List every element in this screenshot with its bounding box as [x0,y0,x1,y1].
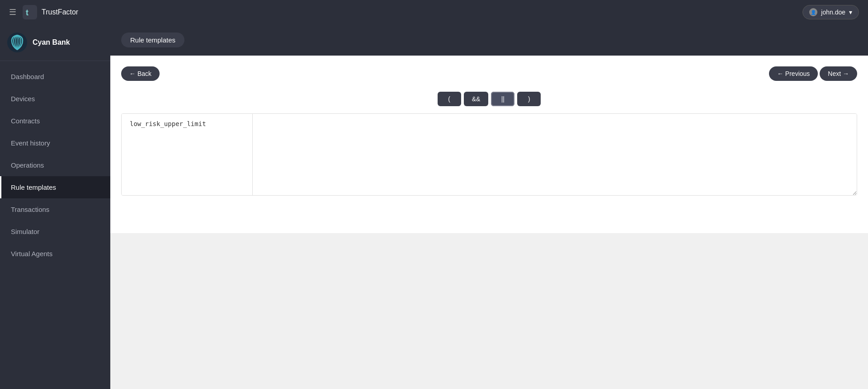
sidebar-item-dashboard[interactable]: Dashboard [0,66,110,88]
op-paren-open-button[interactable]: ( [438,92,461,106]
sidebar-item-rule-templates[interactable]: Rule templates [0,176,110,198]
svg-rect-0 [23,5,37,19]
sidebar-brand: Cyan Bank [0,24,110,61]
topbar: ☰ t TrustFactor 👤 john.doe ▾ [0,0,868,24]
operators-row: ( && || ) [121,92,857,106]
sidebar-item-operations[interactable]: Operations [0,154,110,176]
brand-name: Cyan Bank [33,38,70,47]
topbar-left: ☰ t TrustFactor [9,5,78,19]
brand-logo-icon [7,33,27,52]
page-header: Rule templates [110,24,868,56]
expression-label: low_risk_upper_limit [122,114,253,195]
op-and-button[interactable]: && [464,92,489,106]
sidebar-item-devices[interactable]: Devices [0,88,110,110]
nav-buttons: ← Previous Next → [769,66,857,81]
sidebar-item-event-history[interactable]: Event history [0,132,110,154]
sidebar-item-virtual-agents[interactable]: Virtual Agents [0,243,110,265]
user-avatar-icon: 👤 [809,8,817,16]
app-logo-icon: t [23,5,37,19]
back-button[interactable]: ← Back [121,66,160,81]
action-bar: ← Back ← Previous Next → [121,66,857,81]
sidebar-nav: Dashboard Devices Contracts Event histor… [0,61,110,389]
sidebar-item-contracts[interactable]: Contracts [0,110,110,132]
expression-area: low_risk_upper_limit [121,113,857,196]
hamburger-icon[interactable]: ☰ [9,7,16,17]
svg-text:t: t [26,8,28,17]
chevron-down-icon: ▾ [849,9,852,16]
op-or-button[interactable]: || [491,92,514,106]
footer-area [110,233,868,389]
logo-wrap: t TrustFactor [23,5,78,19]
topbar-right: 👤 john.doe ▾ [802,5,859,19]
user-label: john.doe [821,9,845,16]
op-paren-close-button[interactable]: ) [517,92,541,106]
expression-input[interactable] [253,114,857,195]
user-menu-button[interactable]: 👤 john.doe ▾ [802,5,859,19]
next-button[interactable]: Next → [820,66,857,81]
previous-button[interactable]: ← Previous [769,66,818,81]
layout: Cyan Bank Dashboard Devices Contracts Ev… [0,24,868,389]
content-area: ← Back ← Previous Next → ( && || ) low_r… [110,56,868,233]
sidebar-item-simulator[interactable]: Simulator [0,220,110,243]
sidebar: Cyan Bank Dashboard Devices Contracts Ev… [0,24,110,389]
main: Rule templates ← Back ← Previous Next → … [110,24,868,389]
app-title: TrustFactor [42,8,78,16]
sidebar-item-transactions[interactable]: Transactions [0,198,110,220]
page-header-title: Rule templates [121,33,184,47]
